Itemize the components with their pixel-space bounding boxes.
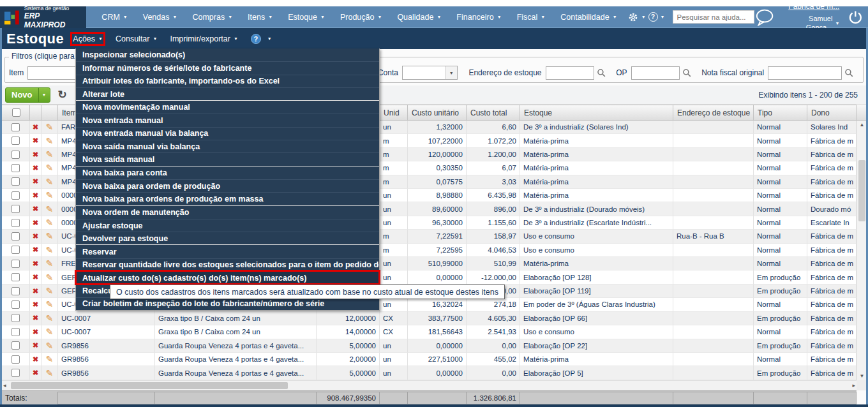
row-checkbox[interactable] [11,341,20,350]
gear-dropdown-arrow[interactable]: ▼ [641,15,646,19]
scroll-right-icon[interactable]: ▸ [852,382,855,389]
nav-menu-crm[interactable]: CRM▼ [94,13,135,22]
refresh-icon[interactable]: ↻ [58,88,67,101]
row-checkbox[interactable] [11,177,20,186]
row-checkbox[interactable] [11,246,20,254]
edit-pencil-icon[interactable]: ✎ [46,231,54,241]
column-header[interactable]: Custo unitário [408,105,467,120]
edit-pencil-icon[interactable]: ✎ [46,204,54,214]
row-checkbox[interactable] [11,123,20,131]
scroll-left-icon[interactable]: ◂ [3,382,6,389]
help-icon[interactable]: ? [648,12,658,22]
column-header[interactable]: Custo total [467,105,520,120]
row-checkbox[interactable] [11,369,20,377]
delete-icon[interactable]: ✖ [33,164,38,172]
delete-icon[interactable]: ✖ [33,123,38,131]
menu-item[interactable]: Atualizar custo do(s) cadastro(s) do(s) … [76,271,379,284]
delete-icon[interactable]: ✖ [33,314,38,322]
delete-icon[interactable]: ✖ [33,341,38,350]
menu-item[interactable]: Nova baixa para ordem de produção [76,179,379,192]
menu-item[interactable]: Inspecionar selecionado(s) [76,48,379,61]
delete-icon[interactable]: ✖ [33,355,38,364]
horizontal-scroll-thumb[interactable] [11,382,288,389]
menu-item[interactable]: Nova saída manual [76,152,379,165]
delete-icon[interactable]: ✖ [33,177,38,186]
row-checkbox[interactable] [11,205,20,213]
edit-pencil-icon[interactable]: ✎ [46,341,54,351]
company-link[interactable]: Fábrica de m... [784,2,840,11]
edit-pencil-icon[interactable]: ✎ [46,258,54,269]
row-checkbox[interactable] [11,219,20,227]
op-filter-input[interactable] [631,66,680,80]
row-checkbox[interactable] [11,260,20,268]
delete-icon[interactable]: ✖ [33,369,38,377]
nav-menu-qualidade[interactable]: Qualidade▼ [389,13,449,22]
edit-pencil-icon[interactable]: ✎ [46,149,54,159]
menu-acoes[interactable]: Ações▼ [73,34,103,43]
scroll-up-icon[interactable]: ▲ [857,122,867,128]
edit-pencil-icon[interactable]: ✎ [46,313,54,323]
vertical-scroll-thumb[interactable] [858,160,865,221]
vertical-scrollbar[interactable]: ▲ ▼ [857,121,866,380]
row-checkbox[interactable] [11,164,20,172]
search-icon[interactable] [597,68,606,78]
nav-menu-fiscal[interactable]: Fiscal▼ [509,13,553,22]
nav-menu-produção[interactable]: Produção▼ [333,13,389,22]
delete-icon[interactable]: ✖ [33,191,38,200]
gear-icon[interactable] [627,11,639,23]
menu-item[interactable]: Nova movimentação manual [76,101,379,114]
row-checkbox[interactable] [11,137,20,145]
edit-pencil-icon[interactable]: ✎ [46,163,54,173]
delete-icon[interactable]: ✖ [33,151,38,159]
menu-item[interactable]: Alterar lote [76,87,379,100]
row-checkbox[interactable] [11,328,20,336]
menu-item[interactable]: Nova baixa para conta [76,166,379,179]
menu-item[interactable]: Nova saída manual via balança [76,140,379,152]
page-help-dropdown-arrow[interactable]: ▼ [267,36,272,41]
help-search-input[interactable] [673,10,754,24]
column-header[interactable]: Unid [380,105,408,120]
delete-icon[interactable]: ✖ [33,300,38,309]
edit-pencil-icon[interactable]: ✎ [46,327,54,337]
menu-item[interactable]: Ajustar estoque [76,219,379,232]
edit-pencil-icon[interactable]: ✎ [46,136,54,146]
edit-pencil-icon[interactable]: ✎ [46,299,54,309]
chat-icon[interactable] [754,8,775,26]
nav-menu-compras[interactable]: Compras▼ [184,13,240,22]
page-help-icon[interactable]: ? [251,34,261,44]
nav-menu-contabilidade[interactable]: Contabilidade▼ [553,13,624,22]
column-header[interactable]: Dono [807,105,857,120]
delete-icon[interactable]: ✖ [33,137,38,145]
edit-pencil-icon[interactable]: ✎ [46,177,54,187]
column-header[interactable]: Estoque [520,105,673,120]
row-checkbox[interactable] [11,151,20,159]
row-checkbox[interactable] [11,287,20,295]
horizontal-scrollbar[interactable]: ◂ ▸ [2,380,857,390]
edit-pencil-icon[interactable]: ✎ [46,122,54,132]
delete-icon[interactable]: ✖ [33,273,38,281]
endereco-filter-input[interactable] [546,66,594,80]
conta-filter-select[interactable]: ▼ [402,66,458,80]
delete-icon[interactable]: ✖ [33,287,38,295]
delete-icon[interactable]: ✖ [33,205,38,213]
help-dropdown-arrow[interactable]: ▼ [661,15,665,19]
edit-pencil-icon[interactable]: ✎ [46,190,54,200]
delete-icon[interactable]: ✖ [33,328,38,336]
menu-item[interactable]: Atribuir lotes do fabricante, importando… [76,75,379,87]
nav-menu-financeiro[interactable]: Financeiro▼ [449,13,509,22]
column-header[interactable]: Endereço de estoque [673,105,754,120]
column-header[interactable]: Tipo [754,105,807,120]
edit-pencil-icon[interactable]: ✎ [46,368,54,378]
row-checkbox[interactable] [11,314,20,322]
filters-legend[interactable]: Filtros (clique para [9,52,77,61]
scroll-down-icon[interactable]: ▼ [857,373,867,379]
delete-icon[interactable]: ✖ [33,219,38,227]
power-icon[interactable] [848,10,863,25]
delete-icon[interactable]: ✖ [33,260,38,268]
menu-item[interactable]: Nova entrada manual via balança [76,127,379,140]
menu-imprimir-exportar[interactable]: Imprimir/exportar▼ [170,34,237,43]
search-icon[interactable] [682,68,692,78]
edit-pencil-icon[interactable]: ✎ [46,218,54,228]
menu-item[interactable]: Nova entrada manual [76,114,379,126]
menu-item[interactable]: Reservar [76,245,379,258]
